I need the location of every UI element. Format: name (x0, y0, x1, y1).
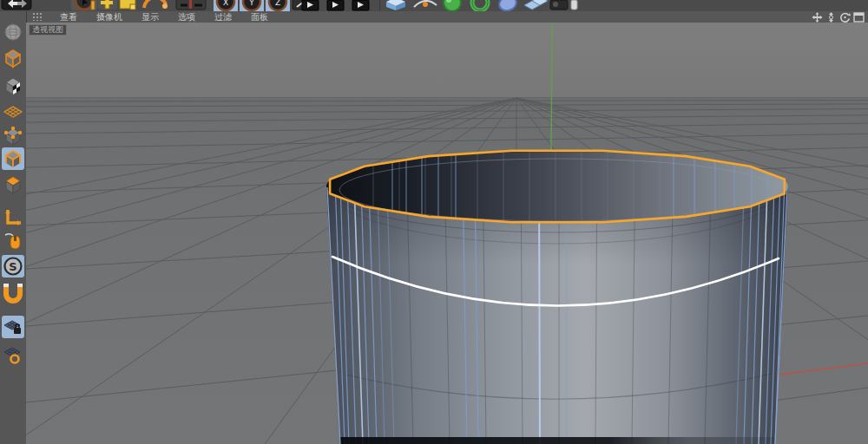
axis-z-lock-icon[interactable]: Z (266, 0, 290, 11)
menu-options[interactable]: 选项 (168, 11, 205, 23)
sky (26, 23, 868, 97)
play-icon[interactable] (352, 0, 369, 10)
record-keyframe-icon[interactable] (302, 0, 319, 10)
uv-texture-mode-icon[interactable] (2, 101, 24, 123)
svg-text:Z: Z (275, 0, 280, 7)
maximize-view-icon[interactable] (853, 12, 865, 23)
viewport-label: 透视视图 (29, 24, 67, 36)
camera-icon[interactable] (550, 0, 568, 10)
bottom-edge-band (335, 437, 778, 444)
undo-icon[interactable] (2, 0, 31, 10)
generator-icon[interactable] (444, 0, 461, 11)
viewport-menubar: 查看 摄像机 显示 选项 过滤 面板 (26, 11, 868, 23)
axis-x-lock-icon[interactable]: X (214, 0, 238, 11)
svg-text:Y: Y (248, 0, 254, 7)
autokey-icon[interactable] (327, 0, 344, 10)
axis-y-line (551, 23, 552, 154)
viewport-solo-icon[interactable] (2, 231, 24, 253)
primitive-cube-icon[interactable] (386, 0, 405, 10)
floor-panes-icon[interactable] (524, 0, 548, 10)
spline-pen-icon[interactable] (414, 1, 437, 7)
deformer-icon[interactable] (497, 0, 518, 11)
magnet-snap-icon[interactable] (2, 283, 24, 305)
move-icon[interactable] (98, 0, 117, 10)
model-mode-icon[interactable] (2, 47, 24, 69)
edges-mode-icon[interactable] (2, 147, 24, 170)
menu-panel[interactable]: 面板 (241, 11, 278, 23)
menu-view[interactable]: 查看 (50, 11, 87, 23)
axis-y-lock-icon[interactable]: Y (240, 0, 264, 11)
polygons-mode-icon[interactable] (2, 173, 24, 196)
svg-text:S: S (9, 260, 16, 273)
menu-display[interactable]: 显示 (132, 11, 168, 23)
menu-cameras[interactable]: 摄像机 (87, 11, 132, 23)
cylinder-object[interactable] (321, 147, 794, 444)
pan-view-icon[interactable] (812, 12, 823, 23)
rotate-icon[interactable] (144, 0, 168, 9)
zoom-view-icon[interactable] (825, 12, 837, 23)
make-editable-icon[interactable] (2, 21, 24, 43)
scene-canvas (26, 23, 868, 444)
points-mode-icon[interactable] (2, 125, 24, 147)
enable-axis-icon[interactable] (2, 206, 24, 229)
texture-mode-icon[interactable] (2, 75, 24, 97)
toolbar-divider (379, 0, 380, 11)
modifier-icon[interactable] (472, 0, 488, 10)
snap-enabled-icon[interactable]: S (2, 255, 24, 278)
svg-text:X: X (223, 0, 228, 7)
menu-filter[interactable]: 过滤 (205, 11, 241, 23)
top-toolbar: X Y Z (0, 0, 868, 12)
light-icon[interactable] (571, 0, 577, 10)
grip-dots-icon[interactable] (33, 13, 43, 21)
rotate-view-icon[interactable] (839, 12, 851, 23)
scale-icon[interactable] (120, 0, 135, 10)
workplane-mode-icon[interactable] (2, 343, 24, 366)
mode-sidebar: S (0, 11, 27, 444)
workplane-lock-icon[interactable] (2, 316, 24, 338)
last-tool-icon[interactable] (176, 0, 206, 10)
pen-icon[interactable] (91, 1, 95, 10)
perspective-viewport[interactable]: 透视视图 (26, 23, 868, 444)
